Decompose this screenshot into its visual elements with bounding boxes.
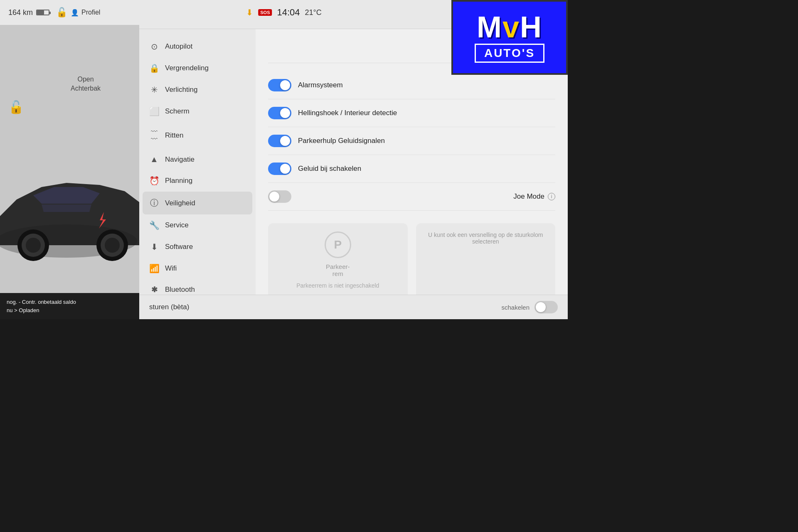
nav-item-wifi[interactable]: 📶 Wifi xyxy=(139,258,256,279)
nav-item-software[interactable]: ⬇ Software xyxy=(139,236,256,258)
joemode-info-icon[interactable]: i xyxy=(548,193,555,200)
alarmsysteem-row: Alarmsysteem xyxy=(268,71,555,99)
nav-item-autopilot[interactable]: ⊙ Autopilot xyxy=(139,36,256,57)
parkeerhulp-knob xyxy=(280,136,290,146)
geluid-label: Geluid bij schakelen xyxy=(298,165,555,173)
verlichting-icon: ✳ xyxy=(149,85,159,95)
sos-badge: SOS xyxy=(258,9,272,16)
temperature-display: 21°C xyxy=(305,8,322,17)
bottom-left-info: nog. - Contr. onbetaald saldo nu > Oplad… xyxy=(0,293,139,319)
beta-right: schakelen xyxy=(501,301,558,313)
hellingshoek-knob xyxy=(280,108,290,118)
parkeerhulp-row: Parkeerhulp Geluidsignalen xyxy=(268,127,555,155)
nav-item-service[interactable]: 🔧 Service xyxy=(139,214,256,236)
car-lock-icon: 🔓 xyxy=(8,100,24,114)
nav-item-vergrendeling[interactable]: 🔒 Vergrendeling xyxy=(139,57,256,79)
info-line-2: nu > Opladen xyxy=(7,306,133,315)
parkeerhulp-label: Parkeerhulp Geluidsignalen xyxy=(298,137,555,145)
beta-knob xyxy=(536,302,546,312)
alarmsysteem-toggle[interactable] xyxy=(268,79,291,91)
beta-label: sturen (bèta) xyxy=(149,303,189,311)
nav-item-scherm[interactable]: ⬜ Scherm xyxy=(139,101,256,122)
planning-label: Planning xyxy=(165,177,192,185)
ritten-label: Ritten xyxy=(165,131,183,140)
beta-toggle[interactable] xyxy=(534,301,558,313)
veiligheid-icon: ⓘ xyxy=(149,197,159,209)
parking-p-icon: P xyxy=(325,232,351,258)
navigatie-label: Navigatie xyxy=(165,155,195,164)
info-line-1: nog. - Contr. onbetaald saldo xyxy=(7,298,133,306)
bluetooth-icon: ✱ xyxy=(149,285,159,294)
svg-rect-0 xyxy=(0,0,141,319)
profile-label-left: Profiel xyxy=(81,9,100,16)
hellingshoek-label: Hellingshoek / Interieur detectie xyxy=(298,109,555,117)
download-status-icon: ⬇ xyxy=(246,7,253,17)
joemode-label-group: Joe Mode i xyxy=(513,192,555,201)
alarmsysteem-label: Alarmsysteem xyxy=(298,81,555,89)
service-label: Service xyxy=(165,221,189,229)
profile-person-icon: 👤 xyxy=(71,9,79,17)
status-center: ⬇ SOS 14:04 21°C xyxy=(246,7,322,18)
schakelen-label: schakelen xyxy=(501,304,530,311)
svg-point-4 xyxy=(26,238,41,253)
veiligheid-label: Veiligheid xyxy=(165,199,195,207)
beta-section: sturen (bèta) schakelen xyxy=(139,295,568,319)
nav-item-planning[interactable]: ⏰ Planning xyxy=(139,170,256,192)
wifi-label: Wifi xyxy=(165,264,177,273)
scherm-icon: ⬜ xyxy=(149,106,159,116)
joemode-knob xyxy=(269,192,279,202)
geluid-row: Geluid bij schakelen xyxy=(268,155,555,183)
nav-item-ritten[interactable]: 〰〰 Ritten xyxy=(139,122,256,149)
nav-menu: ⊙ Autopilot 🔒 Vergrendeling ✳ Verlichtin… xyxy=(139,29,256,319)
joemode-row: Joe Mode i xyxy=(268,183,555,211)
nav-item-navigatie[interactable]: ▲ Navigatie xyxy=(139,149,256,170)
parkeerrem-status: Parkeerrem is niet ingeschakeld xyxy=(296,282,379,289)
planning-icon: ⏰ xyxy=(149,176,159,186)
parkeerhulp-toggle[interactable] xyxy=(268,135,291,147)
security-settings: Alarmsysteem Hellingshoek / Interieur de… xyxy=(268,71,555,211)
software-icon: ⬇ xyxy=(149,242,159,252)
vergrendeling-icon: 🔒 xyxy=(149,63,159,73)
stuurkolom-instruction: U kunt ook een versnelling op de stuurko… xyxy=(424,232,547,245)
mvh-logo: MvH AUTO'S xyxy=(451,0,568,75)
battery-icon xyxy=(36,10,49,15)
geluid-toggle[interactable] xyxy=(268,163,291,175)
open-achterbak-label: Open Achterbak xyxy=(71,75,101,94)
service-icon: 🔧 xyxy=(149,220,159,230)
lock-status-icon: 🔓 xyxy=(56,7,67,18)
nav-item-verlichting[interactable]: ✳ Verlichting xyxy=(139,79,256,101)
autopilot-label: Autopilot xyxy=(165,42,192,51)
geluid-knob xyxy=(280,164,290,174)
status-left: 164 km 🔓 👤 Profiel xyxy=(8,7,100,18)
ritten-icon: 〰〰 xyxy=(149,128,159,143)
hellingshoek-toggle[interactable] xyxy=(268,107,291,119)
wifi-icon: 📶 xyxy=(149,264,159,273)
vergrendeling-label: Vergrendeling xyxy=(165,64,209,72)
navigatie-icon: ▲ xyxy=(149,155,159,164)
nav-item-veiligheid[interactable]: ⓘ Veiligheid xyxy=(143,192,252,214)
svg-point-7 xyxy=(105,238,120,253)
hellingshoek-row: Hellingshoek / Interieur detectie xyxy=(268,99,555,127)
joemode-toggle[interactable] xyxy=(268,190,291,203)
verlichting-label: Verlichting xyxy=(165,86,197,94)
software-label: Software xyxy=(165,243,193,251)
mvh-text: MvH xyxy=(477,12,542,42)
autopilot-icon: ⊙ xyxy=(149,42,159,52)
battery-fill xyxy=(37,10,44,15)
time-display: 14:04 xyxy=(277,7,300,18)
scherm-label: Scherm xyxy=(165,107,190,116)
autos-badge: AUTO'S xyxy=(475,44,544,63)
profile-button-left[interactable]: 👤 Profiel xyxy=(71,9,100,17)
parkeerrem-label: Parkeer-rem xyxy=(326,263,350,277)
bluetooth-label: Bluetooth xyxy=(165,286,195,294)
joemode-label: Joe Mode xyxy=(513,192,544,201)
car-background xyxy=(0,0,141,319)
battery-km: 164 km xyxy=(8,8,33,17)
alarmsysteem-knob xyxy=(280,80,290,90)
